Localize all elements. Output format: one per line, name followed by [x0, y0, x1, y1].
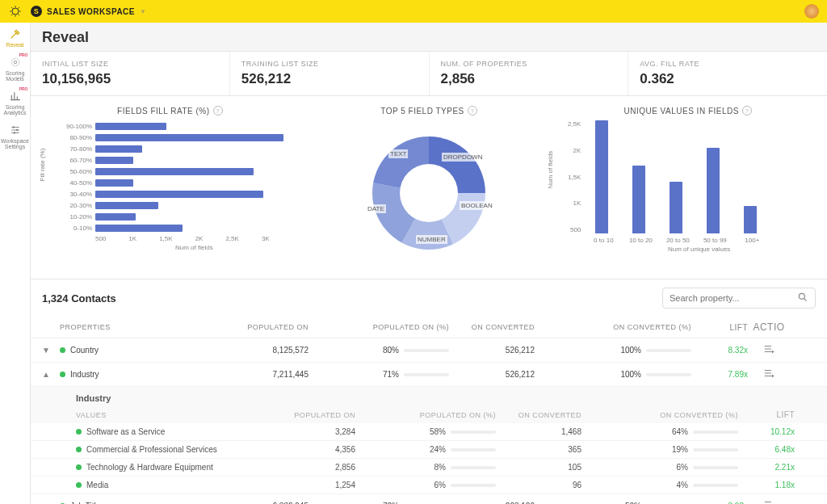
populated-on: 7,211,445	[221, 370, 326, 379]
slice-label: DROPDOWN	[442, 153, 484, 162]
col-header: POPULATED ON (%)	[326, 323, 455, 331]
workspace-badge-icon: S	[31, 6, 42, 17]
pct-cell: 4%	[599, 481, 745, 489]
status-dot-icon	[76, 482, 82, 488]
pct-cell: 19%	[599, 445, 745, 454]
on-converted: 1,468	[502, 427, 599, 436]
bar	[95, 191, 263, 198]
pct-cell: 100%	[552, 370, 698, 379]
main-content: Reveal INITIAL LIST SIZE 10,156,965 TRAI…	[31, 23, 827, 504]
value-name: Software as a Service	[76, 427, 268, 436]
help-icon[interactable]: ?	[213, 106, 223, 116]
nav-scoring-models[interactable]: PRO Scoring Models	[1, 56, 30, 82]
status-dot-icon	[60, 347, 65, 353]
svg-point-4	[16, 129, 18, 131]
y-tick-label: 20-30%	[53, 202, 92, 209]
bar	[95, 213, 136, 220]
table-count: 1,324 Contacts	[42, 292, 116, 304]
on-converted: 365	[502, 445, 599, 454]
pct-cell: 58%	[373, 427, 502, 436]
bar	[95, 168, 254, 175]
bar	[707, 148, 720, 233]
row-action-icon[interactable]	[748, 499, 790, 504]
col-header: ON CONVERTED	[502, 411, 599, 419]
target-icon	[9, 56, 22, 69]
col-header: POPULATED ON	[268, 411, 373, 419]
col-header: ON CONVERTED (%)	[599, 411, 745, 419]
user-avatar[interactable]	[804, 4, 819, 19]
workspace-switcher[interactable]: S SALES WORKSPACE ▼	[31, 6, 146, 17]
slice-label: DATE	[366, 204, 386, 213]
chart-title: UNIQUE VALUES IN FIELDS	[623, 107, 738, 116]
nav-reveal[interactable]: Reveal	[1, 27, 30, 48]
sub-table-row: Media 1,254 6% 96 4% 1.18x	[31, 477, 827, 494]
sub-table-row: Technology & Hardware Equipment 2,856 8%…	[31, 459, 827, 477]
sub-table-row: Commercial & Professional Services 4,356…	[31, 441, 827, 459]
row-action-icon[interactable]	[748, 368, 790, 381]
y-tick-label: 0-10%	[53, 225, 92, 232]
on-converted: 526,212	[455, 346, 552, 355]
y-tick-label: 2,5K	[561, 120, 581, 128]
populated-on: 8,125,572	[221, 346, 326, 355]
page-title: Reveal	[42, 29, 89, 46]
chart-title: FIELDS FILL RATE (%)	[117, 107, 209, 116]
x-tick-label: 2,5K	[225, 235, 238, 242]
row-action-icon[interactable]	[748, 343, 790, 357]
kpi-value: 526,212	[241, 71, 418, 87]
svg-point-1	[11, 58, 19, 65]
col-header: POPULATED ON (%)	[373, 411, 502, 419]
nav-workspace-settings[interactable]: Workspace Settings	[1, 124, 30, 149]
y-tick-label: 50-60%	[53, 168, 92, 175]
bar	[95, 179, 133, 187]
x-tick-label: 3K	[262, 235, 270, 242]
populated-on: 4,356	[268, 445, 373, 454]
col-header: POPULATED ON	[221, 323, 326, 331]
search-input-wrap[interactable]	[662, 288, 816, 309]
col-header: ON CONVERTED (%)	[552, 323, 698, 331]
table-row[interactable]: ▲ Industry 7,211,445 71% 526,212 100% 7.…	[31, 363, 827, 387]
status-dot-icon	[76, 429, 82, 435]
status-dot-icon	[76, 464, 82, 470]
search-input[interactable]	[670, 293, 792, 303]
bar	[632, 166, 645, 233]
table-row[interactable]: ▼ Country 8,125,572 80% 526,212 100% 8.3…	[31, 338, 827, 363]
app-logo-icon	[8, 4, 23, 19]
bar	[744, 206, 757, 233]
status-dot-icon	[76, 447, 82, 452]
kpi-training-list: TRAINING LIST SIZE 526,212	[230, 52, 430, 95]
on-converted: 105	[502, 463, 599, 472]
x-tick-label: 1K	[128, 235, 136, 242]
y-tick-label: 80-90%	[53, 134, 92, 141]
svg-point-0	[12, 8, 19, 15]
y-tick-label: 1K	[561, 200, 581, 207]
bar	[95, 145, 142, 153]
slice-label: NUMBER	[416, 235, 447, 244]
pct-cell: 8%	[373, 463, 502, 472]
y-tick-label: 30-40%	[53, 191, 92, 198]
bar	[595, 120, 608, 233]
y-tick-label: 500	[561, 226, 581, 233]
value-name: Media	[76, 481, 268, 489]
help-icon[interactable]: ?	[742, 106, 752, 116]
nav-label: Scoring Analytics	[1, 104, 30, 116]
left-nav: Reveal PRO Scoring Models PRO Scoring An…	[0, 23, 31, 504]
col-header: LIFT	[745, 410, 795, 419]
kpi-label: INITIAL LIST SIZE	[42, 60, 218, 68]
col-header: LIFT	[698, 323, 748, 332]
pct-cell: 80%	[326, 346, 455, 355]
sub-table-row: Software as a Service 3,284 58% 1,468 64…	[31, 423, 827, 441]
table-row[interactable]: ▼ Job Title 6,386,945 70% 263,106 50% 3.…	[31, 494, 827, 504]
chart-unique-values: UNIQUE VALUES IN FIELDS? Num of fields 2…	[558, 103, 817, 269]
chevron-down-icon[interactable]: ▼	[42, 346, 60, 355]
property-name: Industry	[60, 370, 221, 379]
col-header: VALUES	[76, 411, 268, 419]
svg-point-6	[799, 293, 804, 299]
nav-scoring-analytics[interactable]: PRO Scoring Analytics	[1, 90, 30, 116]
help-icon[interactable]: ?	[468, 106, 477, 116]
x-tick-label: 500	[95, 235, 106, 242]
value-name: Commercial & Professional Services	[76, 445, 268, 454]
pct-cell: 64%	[599, 427, 745, 436]
y-tick-label: 60-70%	[53, 157, 92, 164]
y-axis-label: Fill rate (%)	[39, 149, 46, 182]
chevron-up-icon[interactable]: ▲	[42, 370, 60, 379]
